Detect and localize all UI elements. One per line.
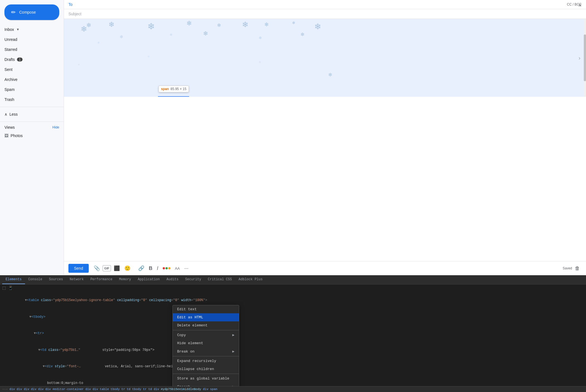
tab-security[interactable]: Security [182,275,205,284]
breadcrumb-div-5[interactable]: div [38,388,44,391]
devtools-tabs: Elements Console Sources Network Perform… [0,275,586,284]
code-line-1[interactable]: ▼<table class="ydp75b15eelyahoo-ignore-t… [0,292,586,309]
snowflake-18: ❄ [259,61,261,64]
code-line-5[interactable]: ▼<div style="font-… vetica, Arial, sans-… [0,358,586,375]
breadcrumb-div-2[interactable]: div [17,388,22,391]
breadcrumb-div-3[interactable]: div [24,388,29,391]
context-menu-hide[interactable]: Hide element [173,339,239,347]
sidebar-item-archive[interactable]: Archive [0,75,59,85]
device-icon[interactable]: 📱 [8,286,13,290]
tab-memory[interactable]: Memory [116,275,134,284]
breadcrumb-div-8[interactable]: div [93,388,98,391]
views-section: Views Hide [0,124,64,131]
code-line-2[interactable]: ▼<tbody> [0,309,586,326]
breadcrumb-div-6[interactable]: div [45,388,51,391]
code-line-3[interactable]: ▼<tr> [0,325,586,342]
context-menu-edit-text[interactable]: Edit text [173,305,239,313]
sidebar-item-drafts[interactable]: Drafts 1 [0,54,59,64]
store-label: Store as global variable [177,376,229,381]
email-scrollbar[interactable] [584,19,586,97]
breadcrumb-div-10[interactable]: div [203,388,208,391]
color-picker[interactable] [161,266,172,271]
code-line-4[interactable]: ▼<td class="ydp75b1…" style="padding:50p… [0,342,586,359]
tab-application[interactable]: Application [134,275,163,284]
tab-performance[interactable]: Performance [87,275,116,284]
sidebar-item-starred[interactable]: Starred [0,44,59,54]
link-button[interactable]: 🔗 [137,264,146,273]
gif-button[interactable]: GIF [103,265,111,271]
context-menu-edit-html[interactable]: Edit as HTML [173,313,239,321]
compose-body[interactable]: ❄ ❄ ❄ ❄ ❄ ❄ ❄ ❄ ❄ ❄ ❄ ❄ ❄ ❄ ❄ [64,19,586,261]
snowflake-10: ❄ [81,24,87,34]
context-menu-expand[interactable]: Expand recursively [173,357,239,365]
attachment-button[interactable]: 📎 [92,264,102,273]
send-button[interactable]: Send [68,264,89,273]
font-size-button[interactable]: AA [173,265,181,272]
snowflake-19: · [203,75,204,77]
breadcrumb-div-9[interactable]: div [154,388,159,391]
snowflake-15: ❄ [300,31,305,38]
sidebar-item-trash[interactable]: Trash [0,95,59,105]
breadcrumb-div-7[interactable]: div [85,388,91,391]
expand-arrow[interactable]: › [578,55,580,61]
compose-label: Compose [19,10,36,14]
sidebar-item-less[interactable]: ∧ Less [0,109,59,119]
delete-draft-button[interactable]: 🗑 [573,264,582,273]
breadcrumb-tr[interactable]: tr [122,388,125,391]
views-label: Views [4,125,15,130]
sidebar-item-inbox[interactable]: Inbox ▼ [0,24,59,34]
tab-network[interactable]: Network [66,275,87,284]
tab-adblock[interactable]: Adblock Plus [235,275,266,284]
more-options-button[interactable]: ··· [182,264,190,273]
context-menu-store[interactable]: Store as global variable [173,374,239,383]
breadcrumb-div-1[interactable]: div [9,388,15,391]
drive-button[interactable]: ⬛ [112,264,122,273]
bold-button[interactable]: B [147,264,154,273]
sidebar-item-spam[interactable]: Spam [0,85,59,95]
code-line-6[interactable]: bottom:0;margin-to [0,375,586,386]
inspect-icon[interactable]: ⬚ [2,286,6,290]
tab-console[interactable]: Console [25,275,46,284]
less-arrow-icon: ∧ [4,112,7,116]
breadcrumb-td[interactable]: td [127,388,130,391]
context-menu-copy[interactable]: Copy ▶ [173,331,239,339]
compose-area: × To CC / BCC Subject ❄ ❄ ❄ ❄ ❄ [64,0,586,275]
snowflake-14: ❄ [259,36,262,40]
tab-critical-css[interactable]: Critical CSS [204,275,235,284]
context-menu-collapse[interactable]: Collapse children [173,365,239,373]
snowflake-2: ❄ [108,20,115,29]
snowflake-6: ❄ [242,20,248,29]
countdown-element: COUNTDOWN [158,96,189,97]
breadcrumb-td-2[interactable]: td [148,388,152,391]
italic-button[interactable]: I [155,264,160,273]
breadcrumb-editor-container[interactable]: #editor-container [53,388,84,391]
sidebar-item-photos[interactable]: 🖼 Photos [0,131,64,141]
subject-placeholder: Subject [68,12,81,16]
breadcrumb-table[interactable]: table [100,388,109,391]
close-button[interactable]: × [578,2,582,9]
tab-elements[interactable]: Elements [2,275,25,284]
starred-label: Starred [4,47,17,52]
tab-sources[interactable]: Sources [46,275,66,284]
compose-icon: ✏ [11,9,16,16]
sent-label: Sent [4,67,13,72]
sidebar-item-sent[interactable]: Sent [0,64,59,75]
snowflake-container: ❄ ❄ ❄ ❄ ❄ ❄ ❄ ❄ ❄ ❄ ❄ ❄ ❄ ❄ ❄ [64,19,586,97]
compose-button[interactable]: ✏ Compose [4,4,59,20]
sidebar-item-unread[interactable]: Unread [0,34,59,44]
hide-button[interactable]: Hide [52,125,59,129]
emoji-button[interactable]: 🙂 [123,264,132,273]
breadcrumb-div-4[interactable]: div [31,388,36,391]
breadcrumb-middle-body[interactable]: #ydp75b15ee1middleBody [161,388,201,391]
context-menu-delete[interactable]: Delete element [173,321,239,329]
breadcrumb-tbody[interactable]: tbody [111,388,120,391]
color-green [165,267,168,269]
context-menu-break-on[interactable]: Break on ▶ [173,347,239,356]
breadcrumb-span[interactable]: span [210,388,217,391]
snowflake-20: · [314,80,315,83]
context-menu-speech[interactable]: Speech ▶ [173,383,239,386]
breadcrumb-tbody-2[interactable]: tbody [132,388,141,391]
breadcrumb-tr-2[interactable]: tr [143,388,147,391]
snowflake-3: ❄ [147,21,155,32]
tab-audits[interactable]: Audits [163,275,182,284]
